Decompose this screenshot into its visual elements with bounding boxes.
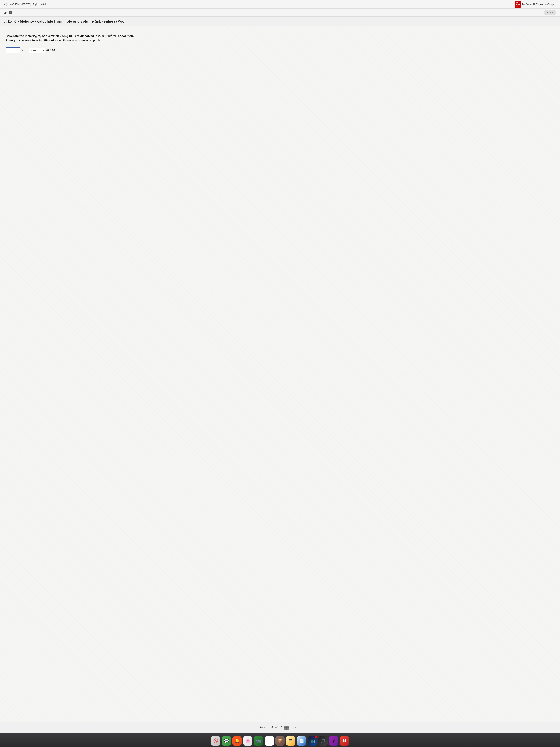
answer-row: × 10 (select) -5 -4 -3 -2 -1 0 1 2 3 4 5… (5, 47, 555, 53)
question-text-part1: Calculate the molarity, (5, 34, 38, 37)
current-page: 4 (271, 726, 273, 729)
question-text-part3: mL of solution. (112, 34, 134, 37)
news-icon: N (343, 739, 346, 743)
calendar-month-label: MAR (268, 737, 271, 739)
dock-item-news[interactable]: N (340, 736, 349, 746)
pages-icon: 📄 (299, 739, 304, 743)
question-text: Calculate the molarity, M, of KCl when 2… (5, 34, 555, 43)
total-pages: 11 (279, 726, 283, 729)
bottom-nav: < Prev 4 of 11 Next > (0, 722, 560, 733)
calendar-date-label: 21 (267, 741, 271, 744)
main-content: Calculate the molarity, M, of KCl when 2… (0, 26, 560, 722)
question-body: Calculate the molarity, M, of KCl when 2… (5, 34, 555, 53)
next-label: Next > (294, 726, 303, 729)
dock-item-podcasts[interactable]: 🎙 (329, 736, 338, 746)
grid-dot (286, 725, 287, 727)
tv-badge: 1 (315, 736, 317, 738)
podcasts-icon: 🎙 (332, 739, 336, 743)
prev-button[interactable]: < Prev (256, 725, 267, 730)
photos-icon: 🌸 (245, 739, 250, 743)
tv-icon: 📺 (310, 739, 315, 743)
macos-dock: 🚫 💬 🔔 🌸 📹 MAR 21 📦 ☰ 📄 📺 1 🎵 🎙 (0, 733, 560, 747)
grid-dot (287, 725, 289, 727)
dock-item-reminders[interactable]: 🔔 (233, 736, 242, 746)
mcgraw-logo: Mc Graw Hill (515, 1, 521, 7)
next-button[interactable]: Next > (293, 725, 304, 730)
question-instruction: Enter your answer in scientific notation… (5, 39, 101, 42)
finder-icon: 📦 (277, 739, 283, 743)
dock-item-facetime[interactable]: 📹 (254, 736, 263, 746)
dock-item-notes[interactable]: ☰ (286, 736, 295, 746)
dock-item-music[interactable]: 🎵 (318, 736, 327, 746)
grid-dot (285, 725, 286, 727)
saved-badge: Saved (544, 10, 556, 15)
question-text-part2: , of KCl when 2.65 g KCl are dissolved i… (40, 34, 111, 37)
times-ten-label: × 10 (22, 49, 27, 52)
exponent-select-wrapper: (select) -5 -4 -3 -2 -1 0 1 2 3 4 5 ▾ (28, 48, 45, 53)
reminders-icon: 🔔 (235, 739, 240, 743)
exponent-select[interactable]: (select) -5 -4 -3 -2 -1 0 1 2 3 4 5 (28, 48, 45, 53)
grid-icon[interactable] (285, 725, 289, 729)
page-indicator: 4 of 11 (271, 725, 289, 729)
ork-area: ork i (4, 11, 12, 15)
dock-item-photos[interactable]: 🌸 (243, 736, 252, 746)
grid-dot (287, 727, 289, 728)
question-title: c. Ex. 6 - Molarity - calculate from mol… (4, 19, 556, 24)
brand-area: Mc Graw Hill McGraw-Hill Education Campu… (515, 1, 556, 7)
dock-item-calendar[interactable]: MAR 21 (265, 736, 274, 746)
prev-label: < Prev (257, 726, 266, 729)
brand-name: McGraw-Hill Education Campus (522, 3, 556, 5)
dock-item-tv[interactable]: 📺 1 (308, 736, 317, 746)
answer-mantissa-input[interactable] (5, 47, 20, 53)
grid-dot (285, 728, 286, 729)
of-label: of (275, 726, 277, 729)
browser-header: yl (lec) (CHEM-1305-7Z3), Topic: Unit 6:… (0, 0, 560, 8)
wave-background (0, 26, 560, 722)
grid-dot (286, 728, 287, 729)
info-button[interactable]: i (9, 11, 12, 15)
grid-dot (285, 727, 286, 728)
grid-dot (287, 728, 289, 729)
dock-item-pages[interactable]: 📄 (297, 736, 306, 746)
notes-icon: ☰ (289, 739, 293, 743)
messages-icon: 💬 (224, 739, 229, 743)
M-italic: M (38, 34, 40, 37)
grid-dot (286, 727, 287, 728)
ork-label: ork (4, 11, 7, 14)
no-entry-icon: 🚫 (213, 739, 218, 743)
unit-label: M KCl (47, 49, 55, 52)
tab-title: yl (lec) (CHEM-1305-7Z3), Topic: Unit 6:… (4, 3, 49, 5)
sub-header: ork i Saved (0, 8, 560, 17)
mcgraw-brand: Mc Graw Hill McGraw-Hill Education Campu… (515, 1, 556, 7)
facetime-icon: 📹 (256, 739, 261, 743)
dock-item-messages[interactable]: 💬 (222, 736, 231, 746)
dock-item-noeentry[interactable]: 🚫 (211, 736, 220, 746)
question-title-bar: c. Ex. 6 - Molarity - calculate from mol… (0, 17, 560, 26)
dock-item-finder[interactable]: 📦 (275, 736, 285, 746)
music-icon: 🎵 (321, 739, 325, 743)
